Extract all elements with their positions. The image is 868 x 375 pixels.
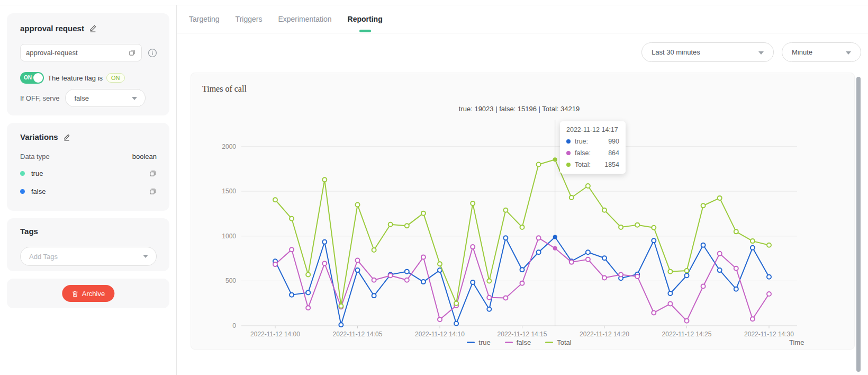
flag-sidebar: approval request approval-request ON The… [0,5,177,375]
time-range-select[interactable]: Last 30 minutes [641,42,774,62]
svg-text:0: 0 [232,322,236,329]
flag-title: approval request [20,24,84,33]
variation-false-dot [20,189,25,194]
variations-card: Variations Data type boolean true false [7,123,169,211]
archive-button[interactable]: Archive [62,285,114,302]
chevron-down-icon [846,51,851,55]
info-icon[interactable] [148,48,157,58]
trash-icon [71,290,78,297]
copy-variation-true-icon[interactable] [149,169,157,177]
line-chart-plot: 05001000150020002022-11-12 14:002022-11-… [191,73,855,350]
tags-card: Tags Add Tags [7,218,169,271]
data-type-value: boolean [132,153,157,160]
flag-tabs: Targeting Triggers Experimentation Repor… [177,5,868,33]
vertical-scrollbar-thumb[interactable] [856,77,861,372]
data-type-label: Data type [20,153,50,160]
svg-text:1500: 1500 [222,188,236,195]
reporting-chart-card: Times of call true: 19023 | false: 15196… [191,73,855,350]
granularity-value: Minute [792,48,812,56]
variation-row-false: false [20,188,157,195]
flag-state-badge: ON [106,73,125,83]
svg-text:2022-11-12 14:10: 2022-11-12 14:10 [415,331,465,338]
tooltip-row-total: Total: 1854 [566,161,619,168]
legend-true-dash [467,342,475,343]
copy-flag-key-icon[interactable] [128,49,136,57]
variations-title: Variations [20,132,58,141]
variation-true-label: true [31,169,43,177]
legend-false-dash [505,342,513,343]
series-false-dot [566,151,571,155]
add-tags-select[interactable]: Add Tags [20,247,157,266]
variation-row-true: true [20,169,157,177]
archive-label: Archive [82,290,105,298]
time-range-value: Last 30 minutes [652,48,700,56]
archive-card: Archive [7,279,169,308]
svg-text:2022-11-12 14:30: 2022-11-12 14:30 [744,331,794,338]
flag-summary-card: approval request approval-request ON The… [7,13,169,115]
feature-flag-toggle[interactable]: ON [20,72,44,84]
variation-false-label: false [31,188,46,195]
tags-title: Tags [20,227,38,236]
add-tags-placeholder: Add Tags [29,253,58,261]
tab-triggers[interactable]: Triggers [236,5,263,33]
legend-item-true[interactable]: true [467,338,490,346]
tab-experimentation[interactable]: Experimentation [278,5,331,33]
legend-item-total[interactable]: Total [545,338,571,346]
granularity-select[interactable]: Minute [782,42,861,62]
legend-total-dash [545,342,553,343]
svg-text:2022-11-12 14:25: 2022-11-12 14:25 [662,331,712,338]
off-serve-select[interactable]: false [65,89,146,107]
toggle-knob [33,73,43,83]
tooltip-row-true: true: 990 [566,138,619,145]
variation-true-dot [20,171,25,176]
tab-targeting[interactable]: Targeting [189,5,220,33]
svg-text:2022-11-12 14:15: 2022-11-12 14:15 [498,331,547,338]
tooltip-date: 2022-11-12 14:17 [566,126,619,133]
edit-variations-icon[interactable] [63,133,70,141]
flag-key-input[interactable]: approval-request [20,44,142,61]
svg-text:2022-11-12 14:00: 2022-11-12 14:00 [250,331,300,338]
off-serve-value: false [74,94,88,102]
chevron-down-icon [132,97,137,100]
x-axis-title: Time [789,338,804,346]
svg-text:1000: 1000 [222,233,236,240]
toggle-on-text: ON [24,75,32,81]
chevron-down-icon [143,255,148,258]
chevron-down-icon [758,51,764,55]
series-total-dot [566,163,571,167]
svg-text:500: 500 [225,277,236,284]
tab-reporting[interactable]: Reporting [348,5,383,33]
svg-text:2022-11-12 14:05: 2022-11-12 14:05 [333,331,383,338]
copy-variation-false-icon[interactable] [149,188,157,195]
svg-text:2022-11-12 14:20: 2022-11-12 14:20 [580,331,629,338]
legend-item-false[interactable]: false [505,338,531,346]
toggle-label: The feature flag is [48,74,103,82]
tooltip-row-false: false: 864 [566,149,619,157]
off-serve-label: If OFF, serve [20,94,59,102]
chart-legend: true false Total [241,338,797,346]
chart-tooltip: 2022-11-12 14:17 true: 990 false: 864 To… [560,121,626,174]
edit-flag-name-icon[interactable] [89,24,97,32]
svg-text:2000: 2000 [222,143,236,150]
flag-key-value: approval-request [26,49,128,57]
series-true-dot [566,139,571,144]
